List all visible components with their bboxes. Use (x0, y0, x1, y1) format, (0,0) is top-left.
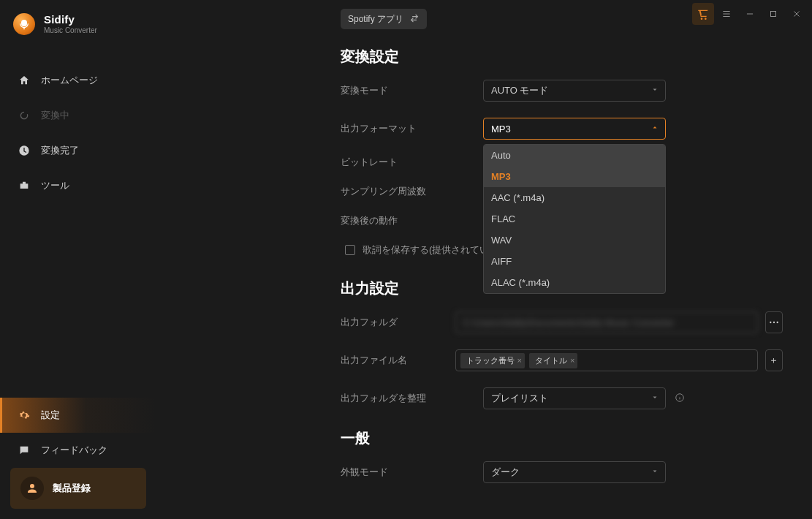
settings-body: 変換設定 変換モード AUTO モード 出力フォーマット MP3 (341, 39, 783, 519)
appearance-select[interactable]: ダーク (483, 461, 666, 483)
format-option[interactable]: AAC (*.m4a) (484, 187, 665, 208)
svg-point-1 (770, 322, 771, 323)
svg-point-2 (773, 322, 775, 323)
register-card[interactable]: 製品登録 (10, 468, 146, 509)
refresh-icon (18, 109, 31, 122)
sidebar-item-converting: 変換中 (0, 98, 156, 133)
label-bitrate: ビットレート (341, 156, 483, 169)
section-title-general: 一般 (341, 428, 783, 448)
filename-tag[interactable]: タイトル × (529, 353, 577, 368)
tag-remove-icon[interactable]: × (517, 356, 522, 365)
toolbox-icon (18, 179, 31, 192)
label-out-folder: 出力フォルダ (341, 316, 455, 329)
svg-rect-0 (771, 12, 776, 17)
mode-select-value: AUTO モード (491, 84, 549, 97)
label-samplerate: サンプリング周波数 (341, 185, 483, 198)
label-mode: 変換モード (341, 84, 483, 97)
format-option[interactable]: WAV (484, 230, 665, 251)
appearance-select-value: ダーク (491, 466, 520, 479)
format-option[interactable]: AIFF (484, 251, 665, 272)
label-format: 出力フォーマット (341, 122, 483, 135)
browse-button[interactable] (765, 311, 783, 333)
brand: Sidify Music Converter (0, 10, 156, 50)
save-lyrics-checkbox[interactable] (345, 245, 355, 255)
format-select-value: MP3 (491, 124, 511, 135)
organize-select[interactable]: プレイリスト (483, 387, 666, 409)
sidebar-item-label: 変換中 (41, 109, 69, 122)
chevron-down-icon (650, 86, 659, 96)
sidebar: Sidify Music Converter ホームページ 変換中 変換完了 ツ… (0, 0, 156, 519)
sidebar-item-feedback[interactable]: フィードバック (0, 433, 156, 468)
app-logo-icon (13, 13, 35, 35)
output-path-input[interactable]: C:\Users\Sidify\Documents\Sidify Music C… (455, 311, 758, 333)
sidebar-item-settings[interactable]: 設定 (0, 398, 156, 433)
minimize-button[interactable] (739, 3, 761, 25)
organize-select-value: プレイリスト (491, 392, 548, 405)
format-select[interactable]: MP3 (483, 118, 666, 140)
label-out-name: 出力ファイル名 (341, 354, 455, 367)
filename-tags[interactable]: トラック番号 × タイトル × (455, 349, 758, 371)
clock-icon (18, 144, 31, 157)
add-tag-button[interactable]: ＋ (765, 349, 783, 371)
sidebar-item-done[interactable]: 変換完了 (0, 133, 156, 168)
brand-title: Sidify (44, 13, 97, 26)
home-icon (18, 74, 31, 87)
chevron-down-icon (650, 393, 659, 404)
sidebar-item-label: 設定 (41, 409, 60, 422)
main-panel: Spotify アプリ 変換設定 変換モード AUTO モード 出力フォーマット (156, 0, 812, 519)
label-appearance: 外観モード (341, 466, 483, 479)
section-title-conversion: 変換設定 (341, 47, 783, 67)
maximize-button[interactable] (762, 3, 784, 25)
save-lyrics-label: 歌詞を保存する(提供されてい (363, 243, 489, 257)
sidebar-item-label: フィードバック (41, 444, 107, 457)
sidebar-item-label: ツール (41, 179, 69, 192)
chevron-down-icon (650, 467, 659, 478)
info-icon[interactable] (675, 393, 685, 405)
sidebar-item-tools[interactable]: ツール (0, 168, 156, 203)
tag-remove-icon[interactable]: × (570, 356, 574, 365)
format-option[interactable]: MP3 (484, 166, 665, 187)
format-option[interactable]: Auto (484, 145, 665, 166)
filename-tag[interactable]: トラック番号 × (460, 353, 525, 368)
register-label: 製品登録 (53, 482, 91, 495)
chevron-up-icon (650, 124, 659, 135)
label-after: 変換後の動作 (341, 214, 483, 227)
sidebar-item-home[interactable]: ホームページ (0, 63, 156, 98)
sidebar-item-label: ホームページ (41, 74, 98, 87)
brand-subtitle: Music Converter (44, 26, 97, 35)
format-option[interactable]: FLAC (484, 208, 665, 230)
label-organize: 出力フォルダを整理 (341, 392, 483, 405)
user-icon (20, 477, 44, 500)
swap-icon (409, 13, 420, 26)
source-chip[interactable]: Spotify アプリ (341, 9, 427, 29)
window-controls (692, 3, 808, 25)
sidebar-item-label: 変換完了 (41, 144, 79, 157)
svg-point-3 (776, 322, 778, 323)
output-path-value: C:\Users\Sidify\Documents\Sidify Music C… (463, 317, 675, 328)
source-chip-label: Spotify アプリ (348, 13, 403, 26)
format-dropdown: Auto MP3 AAC (*.m4a) FLAC WAV AIFF ALAC … (483, 144, 666, 294)
mode-select[interactable]: AUTO モード (483, 80, 666, 102)
chat-icon (18, 444, 31, 457)
gear-icon (18, 409, 31, 422)
hamburger-button[interactable] (716, 3, 737, 25)
cart-button[interactable] (692, 3, 714, 25)
format-option[interactable]: ALAC (*.m4a) (484, 272, 665, 293)
close-button[interactable] (786, 3, 808, 25)
